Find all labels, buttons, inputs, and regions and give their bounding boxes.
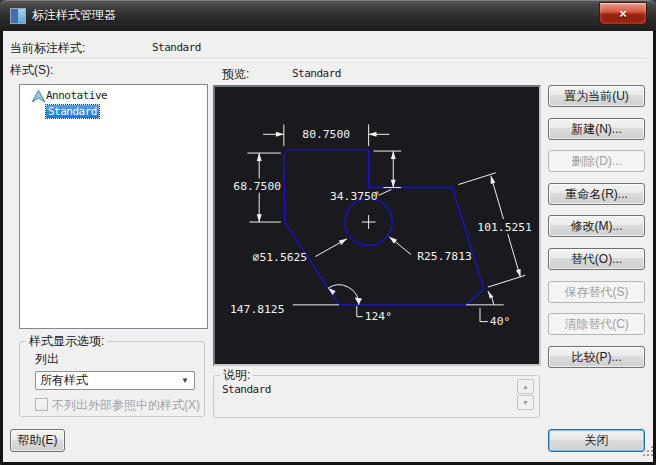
override-button[interactable]: 替代(O)...: [548, 248, 645, 270]
styles-listbox[interactable]: Annotative Standard: [19, 84, 208, 329]
new-button[interactable]: 新建(N)...: [548, 118, 645, 140]
current-style-label: 当前标注样式:: [10, 40, 85, 57]
compare-button[interactable]: 比较(P)...: [548, 346, 645, 368]
dimension-style-manager-dialog: 标注样式管理器 × 当前标注样式: Standard 样式(S): Annota…: [0, 0, 656, 465]
preview-panel: 80.7500 68.7500 34.3750 101.5251 ∅51.562…: [213, 85, 541, 366]
dimension-labels: 80.7500 68.7500 34.3750 101.5251 ∅51.562…: [230, 127, 532, 327]
style-item-annotative[interactable]: Annotative: [20, 88, 207, 104]
dim-left: 68.7500: [233, 179, 281, 193]
title-bar[interactable]: 标注样式管理器 ×: [0, 0, 656, 31]
dim-bottom: 147.8125: [230, 302, 285, 316]
separator: [9, 58, 646, 60]
dim-radius: R25.7813: [417, 249, 472, 263]
shape-outline: [284, 150, 484, 305]
description-legend: 说明:: [220, 367, 253, 384]
xref-checkbox[interactable]: [35, 398, 48, 411]
help-button[interactable]: 帮助(E): [10, 429, 65, 452]
close-window-button[interactable]: ×: [599, 2, 647, 25]
dim-middle: 34.3750: [330, 189, 378, 203]
dim-diameter: ∅51.5625: [253, 250, 308, 264]
dialog-body: 当前标注样式: Standard 样式(S): Annotative Stand…: [3, 31, 653, 462]
preview-drawing: 80.7500 68.7500 34.3750 101.5251 ∅51.562…: [215, 87, 539, 364]
preview-label: 预览:: [222, 66, 249, 83]
current-style-value: Standard: [152, 41, 201, 54]
window-title: 标注样式管理器: [32, 0, 116, 30]
annotative-icon: [31, 90, 46, 103]
dim-angle-right: 40°: [490, 314, 510, 328]
rename-button[interactable]: 重命名(R)...: [548, 183, 645, 205]
style-item-standard[interactable]: Standard: [20, 104, 207, 120]
clear-override-button: 清除替代(C): [548, 313, 645, 335]
list-label: 列出: [35, 351, 59, 368]
close-icon: ×: [619, 6, 627, 21]
arrow-down-icon: ▼: [522, 399, 529, 406]
xref-checkbox-label: 不列出外部参照中的样式(X): [52, 398, 200, 412]
selected-style: Standard: [46, 105, 99, 118]
chevron-down-icon: ▼: [181, 372, 189, 389]
dim-top: 80.7500: [302, 127, 350, 141]
app-icon: [10, 8, 26, 24]
preview-style-name: Standard: [292, 67, 341, 80]
style-filter-dropdown[interactable]: 所有样式 ▼: [35, 371, 195, 390]
xref-checkbox-row: 不列出外部参照中的样式(X): [35, 398, 200, 412]
close-button[interactable]: 关闭: [548, 429, 645, 452]
arrow-up-icon: ▲: [522, 383, 529, 390]
modify-button[interactable]: 修改(M)...: [548, 215, 645, 237]
save-override-button: 保存替代(S): [548, 281, 645, 303]
scroll-up-button[interactable]: ▲: [517, 379, 534, 394]
dim-aligned: 101.5251: [477, 220, 532, 234]
description-text: Standard: [222, 383, 271, 396]
dropdown-value: 所有样式: [40, 373, 88, 387]
scroll-down-button[interactable]: ▼: [517, 395, 534, 410]
set-current-button[interactable]: 置为当前(U): [548, 85, 645, 107]
delete-button: 删除(D)...: [548, 150, 645, 172]
display-options-legend: 样式显示选项:: [26, 333, 107, 350]
styles-list-label: 样式(S):: [10, 62, 53, 79]
dim-angle-left: 124°: [365, 309, 392, 323]
